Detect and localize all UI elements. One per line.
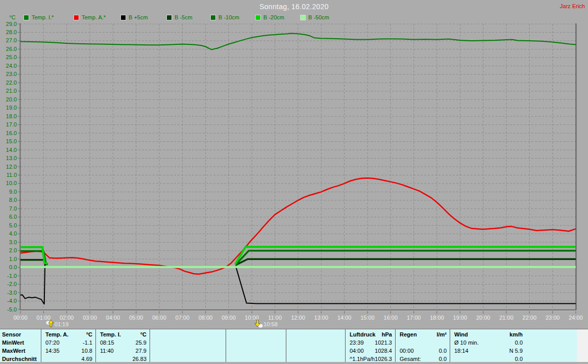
sensor-unit: km/h <box>509 330 523 339</box>
sensor-name: Temp. A. <box>45 330 68 339</box>
table-cell: Ø 10 min.0.0 <box>450 339 526 347</box>
table-cell: Windkm/h <box>450 330 526 339</box>
y-tick-label: -1.0 <box>7 273 17 279</box>
value-number: 25.9 <box>136 339 146 347</box>
series-line <box>236 266 576 303</box>
value-number: 10.8 <box>82 347 92 355</box>
table-cell <box>286 339 345 347</box>
value-number: 26.83 <box>132 355 146 362</box>
x-tick-label: 21:00 <box>499 315 513 321</box>
y-tick-label: 21.0 <box>6 88 17 94</box>
series-line <box>236 259 576 265</box>
table-cell: Gesamt:0.0 <box>396 355 450 362</box>
y-tick-label: 2.0 <box>9 247 17 253</box>
stats-column-temp-i: Temp. I.°C08:1525.911:4027.926.83 <box>95 329 150 362</box>
table-cell <box>150 355 226 362</box>
y-tick-label: 15.0 <box>6 138 17 144</box>
table-cell <box>226 330 286 339</box>
table-cell: 04:001028.4 <box>346 347 395 355</box>
x-tick-label: 06:00 <box>152 315 166 321</box>
table-cell: Sensor <box>0 330 41 339</box>
table-cell: 07:20-1.1 <box>41 339 95 347</box>
table-cell: 4.69 <box>41 355 95 362</box>
table-cell: Temp. A.°C <box>41 330 95 339</box>
stats-column-empty <box>286 329 345 362</box>
x-tick-label: 13:00 <box>314 315 329 321</box>
sensor-name: Temp. I. <box>100 330 121 339</box>
y-tick-label: 20.0 <box>6 96 17 102</box>
y-tick-label: 14.0 <box>6 147 17 153</box>
x-tick-label: 11:00 <box>268 315 282 321</box>
y-tick-label: -2.0 <box>7 281 17 287</box>
x-tick-label: 20:00 <box>476 315 491 321</box>
table-cell <box>286 330 345 339</box>
x-tick-label: 16:00 <box>384 315 398 321</box>
sensor-unit: l/m² <box>436 330 447 339</box>
y-tick-label: 11.0 <box>6 172 17 178</box>
y-tick-label: 22.0 <box>6 80 17 86</box>
sensor-name: Luftdruck <box>350 330 376 339</box>
table-cell <box>226 347 286 355</box>
y-tick-label: 16.0 <box>6 130 17 136</box>
weather-day-view: Sonntag, 16.02.2020 Jarz Erich °C Temp. … <box>0 0 588 364</box>
stats-column-wind: Windkm/hØ 10 min.0.018:14N 5.90.0 <box>450 329 526 362</box>
grid-lines <box>18 24 576 314</box>
time-marker-down: 10:58 <box>255 320 278 328</box>
value-number: 1028.4 <box>375 347 392 355</box>
table-cell: 11:4027.9 <box>96 347 150 355</box>
value-number: 0.0 <box>515 339 523 347</box>
value-time: 04:00 <box>350 347 364 355</box>
value-time: 00:00 <box>400 347 414 355</box>
y-tick-label: 13.0 <box>6 155 17 161</box>
table-cell: 00:000.0 <box>396 347 450 355</box>
x-tick-label: 23:00 <box>546 315 560 321</box>
table-cell <box>226 355 286 362</box>
table-cell <box>150 330 226 339</box>
value-time: 07:20 <box>45 339 60 347</box>
sensor-unit: hPa <box>382 330 392 339</box>
x-tick-label: 18:00 <box>430 315 444 321</box>
stats-row-label: Durchschnitt <box>2 355 37 362</box>
x-tick-label: 09:00 <box>222 315 236 321</box>
y-tick-label: -4.0 <box>7 298 17 304</box>
stats-column-empty <box>226 329 286 362</box>
y-tick-label: 8.0 <box>9 197 17 203</box>
value-time: Gesamt: <box>400 355 421 362</box>
sensor-unit: °C <box>140 330 146 339</box>
x-tick-label: 07:00 <box>176 315 190 321</box>
y-tick-label: 23.0 <box>6 71 17 77</box>
y-tick-label: 1.0 <box>9 256 17 262</box>
stats-row-label: MinWert <box>2 339 24 347</box>
sensor-name: Regen <box>400 330 417 339</box>
x-tick-label: 05:00 <box>129 315 143 321</box>
y-tick-label: 0.0 <box>9 264 17 270</box>
value-time: ^1.1hPa/h <box>350 355 375 362</box>
stats-column-regen: Regenl/m²00:000.0Gesamt:0.0 <box>395 329 450 362</box>
y-tick-label: 17.0 <box>6 121 17 127</box>
value-number: 1021.3 <box>375 339 392 347</box>
x-tick-label: 22:00 <box>523 315 537 321</box>
table-cell: ^1.1hPa/h1026.3 <box>346 355 395 362</box>
table-cell <box>150 339 226 347</box>
y-tick-label: 10.0 <box>6 180 17 186</box>
y-tick-label: 26.0 <box>6 46 17 52</box>
marker-time-label: 10:58 <box>263 321 278 327</box>
y-tick-label: 4.0 <box>9 230 17 237</box>
x-tick-label: 01:00 <box>37 315 51 321</box>
table-cell: LuftdruckhPa <box>346 330 395 339</box>
table-cell: 18:14N 5.9 <box>450 347 526 355</box>
value-number: 0.0 <box>515 355 523 362</box>
table-cell: 26.83 <box>96 355 150 362</box>
table-cell: 14:3510.8 <box>41 347 95 355</box>
value-number: N 5.9 <box>509 347 523 355</box>
table-cell: 08:1525.9 <box>96 339 150 347</box>
stats-column-empty <box>150 329 226 362</box>
value-time: 11:40 <box>100 347 114 355</box>
value-number: 1026.3 <box>375 355 392 362</box>
x-tick-label: 04:00 <box>106 315 120 321</box>
stats-row-label: MaxWert <box>2 347 26 355</box>
table-cell: 23:391021.3 <box>346 339 395 347</box>
x-tick-label: 24:00 <box>569 315 583 321</box>
table-cell <box>226 339 286 347</box>
value-time: 23:39 <box>350 339 364 347</box>
